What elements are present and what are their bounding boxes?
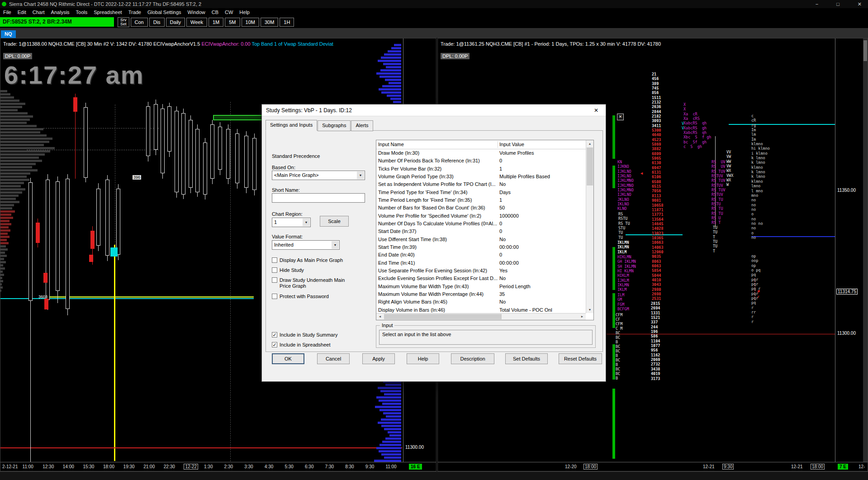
chart-region-combobox[interactable]: 1 ▼	[272, 218, 311, 227]
menu-item-chart[interactable]: Chart	[29, 10, 48, 15]
menu-item-edit[interactable]: Edit	[14, 10, 29, 15]
table-row[interactable]: Display Volume in Bars (In:46)Total Volu…	[376, 306, 586, 313]
menu-item-help[interactable]: Help	[236, 10, 253, 15]
toolbar-button-5m[interactable]: 5M	[225, 18, 240, 27]
table-row[interactable]: Volume Graph Period Type (In:33)Multiple…	[376, 173, 586, 181]
scroll-right-icon[interactable]: ►	[579, 314, 586, 320]
scroll-left-icon[interactable]: ◄	[376, 314, 384, 320]
left-time-axis[interactable]: 16 E 2-12-2111:0012:3014:0015:3018:0019:…	[0, 462, 436, 471]
menu-item-trade[interactable]: Trade	[125, 10, 144, 15]
checkbox-protect-with-password[interactable]: Protect with Password	[272, 294, 329, 299]
toolbar-button-1h[interactable]: 1H	[280, 18, 294, 27]
checkbox-box[interactable]	[272, 294, 277, 299]
table-vertical-scrollbar[interactable]: ▲ ▼	[586, 140, 593, 313]
checkbox-box[interactable]: ✓	[272, 332, 277, 337]
dialog-button-apply[interactable]: Apply	[362, 353, 395, 364]
table-row[interactable]: Set as Independent Volume Profile for TP…	[376, 181, 586, 188]
input-value-cell: 1	[499, 166, 502, 171]
dialog-button-description[interactable]: Description	[451, 353, 494, 364]
checkbox-display-as-main-price-graph[interactable]: Display As Main Price Graph	[272, 257, 343, 263]
scale-button[interactable]: Scale	[320, 216, 349, 227]
candle	[203, 143, 207, 195]
table-row[interactable]: Exclude Evening Session Profiles Except …	[376, 275, 586, 282]
table-row[interactable]: Use Different Start Time (In:38)No	[376, 236, 586, 243]
close-icon[interactable]: ✕	[858, 1, 862, 7]
column-header-input-name[interactable]: Input Name	[378, 142, 404, 147]
dialog-close-icon[interactable]: ✕	[587, 105, 606, 116]
tab-subgraphs[interactable]: Subgraphs	[318, 120, 351, 131]
table-row[interactable]: Start Date (In:37)0	[376, 228, 586, 235]
dialog-button-cancel[interactable]: Cancel	[317, 353, 350, 364]
dialog-button-set-defaults[interactable]: Set Defaults	[505, 353, 548, 364]
floating-close-icon[interactable]: ✕	[617, 114, 624, 120]
checkbox-draw-study-underneath-main-price-graph[interactable]: Draw Study Underneath Main Price Graph	[272, 277, 348, 289]
tpo-green-bar	[612, 115, 615, 159]
checkbox-box[interactable]: ✓	[272, 342, 277, 347]
toolbar-button-1m[interactable]: 1M	[209, 18, 223, 27]
right-scrollbar[interactable]	[863, 38, 868, 462]
table-row[interactable]: Maximum Volume Bar Width Percentage (In:…	[376, 290, 586, 298]
checkbox-include-in-spreadsheet[interactable]: ✓Include in Spreadsheet	[272, 342, 331, 348]
chevron-down-icon[interactable]: ▼	[357, 171, 364, 179]
table-row[interactable]: Number Of Periods Back To Reference (In:…	[376, 157, 586, 165]
right-time-axis[interactable]: 7 E 12-2018:0012-219:3012-2118:0012-	[438, 462, 868, 471]
scroll-up-icon[interactable]: ▲	[586, 140, 593, 147]
menu-item-analysis[interactable]: Analysis	[48, 10, 73, 15]
based-on-combobox[interactable]: <Main Price Graph> ▼	[272, 171, 365, 180]
column-header-input-value[interactable]: Input Value	[499, 142, 524, 147]
table-row[interactable]: Right Align Volume Bars (In:45)No	[376, 298, 586, 306]
menu-item-tools[interactable]: Tools	[73, 10, 91, 15]
left-chart-badge: 16 E	[409, 464, 422, 470]
table-row[interactable]: Time Period Length for 'Fixed Time' (In:…	[376, 196, 586, 204]
table-row[interactable]: Ticks Per Volume Bar (In:32)1	[376, 165, 586, 173]
scrollbar-thumb[interactable]	[863, 40, 867, 61]
table-row[interactable]: Number Of Days To Calculate Volume Profi…	[376, 220, 586, 228]
menu-item-cw[interactable]: CW	[222, 10, 236, 15]
dialog-button-reset-defaults[interactable]: Reset Defaults	[559, 353, 602, 364]
checkbox-box[interactable]	[272, 277, 277, 283]
maximize-icon[interactable]: □	[836, 1, 840, 7]
menu-item-window[interactable]: Window	[185, 10, 209, 15]
scrollbar-thumb[interactable]	[384, 314, 502, 319]
dialog-button-ok[interactable]: OK	[272, 353, 304, 364]
toolbar-button-30m[interactable]: 30M	[261, 18, 278, 27]
scroll-down-icon[interactable]: ▼	[586, 306, 593, 313]
chevron-down-icon[interactable]: ▼	[303, 219, 310, 226]
value-format-combobox[interactable]: Inherited ▼	[272, 240, 340, 250]
scrollbar-thumb[interactable]	[587, 147, 593, 185]
table-row[interactable]: Use Separate Profile For Evening Session…	[376, 267, 586, 275]
table-row[interactable]: Time Period Type for 'Fixed Time' (In:34…	[376, 189, 586, 196]
volume-histogram-bar	[381, 425, 401, 427]
table-row[interactable]: Volume Per Profile for 'Specified Volume…	[376, 212, 586, 220]
checkbox-include-in-study-summary[interactable]: ✓Include in Study Summary	[272, 332, 337, 338]
menu-item-file[interactable]: File	[0, 10, 14, 15]
toolbar-button-srv-set[interactable]: Srv Set	[118, 17, 129, 27]
toolbar-button-dis[interactable]: Dis	[149, 18, 165, 27]
menu-item-global-settings[interactable]: Global Settings	[144, 10, 185, 15]
toolbar-button-10m[interactable]: 10M	[242, 18, 259, 27]
table-horizontal-scrollbar[interactable]: ◄ ►	[376, 313, 586, 320]
table-row[interactable]: Maximum Volume Bar Width Type (In:43)Per…	[376, 283, 586, 290]
table-row[interactable]: End Time (In:41)00:00:00	[376, 259, 586, 267]
menu-item-cb[interactable]: CB	[209, 10, 222, 15]
toolbar-button-week[interactable]: Week	[186, 18, 207, 27]
checkbox-box[interactable]	[272, 257, 277, 263]
checkbox-hide-study[interactable]: Hide Study	[272, 267, 304, 273]
minimize-icon[interactable]: −	[816, 1, 818, 7]
chevron-down-icon[interactable]: ▼	[332, 241, 339, 249]
tab-nq[interactable]: NQ	[1, 30, 16, 38]
short-name-input[interactable]	[272, 193, 365, 203]
checkbox-box[interactable]	[272, 267, 277, 273]
table-row[interactable]: Number of Bars for 'Based On Bar Count' …	[376, 204, 586, 212]
table-row[interactable]: End Date (In:40)0	[376, 251, 586, 259]
menu-item-spreadsheet[interactable]: Spreadsheet	[90, 10, 125, 15]
tab-settings-and-inputs[interactable]: Settings and Inputs	[266, 120, 317, 131]
toolbar-button-daily[interactable]: Daily	[166, 18, 185, 27]
right-price-scale[interactable]: 11350.0011314.7511300.00	[835, 38, 864, 462]
table-row[interactable]: Start Time (In:39)00:00:00	[376, 243, 586, 251]
dialog-button-help[interactable]: Help	[407, 353, 439, 364]
toolbar-button-con[interactable]: Con	[131, 18, 148, 27]
tab-alerts[interactable]: Alerts	[351, 120, 373, 131]
candle	[189, 120, 193, 188]
table-row[interactable]: Draw Mode (In:30)Volume Profiles	[376, 149, 586, 157]
